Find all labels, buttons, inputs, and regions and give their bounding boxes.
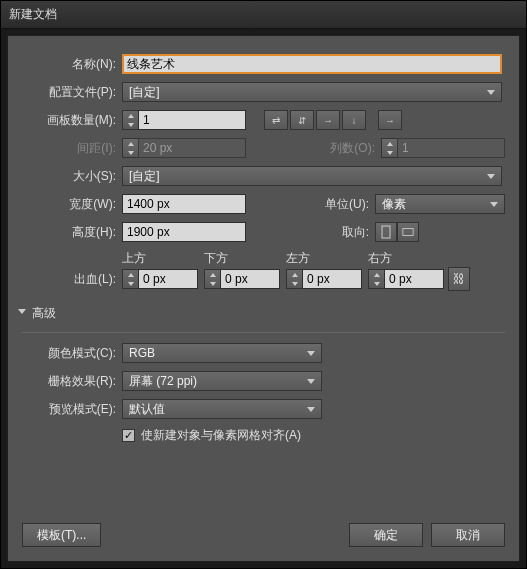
bleed-right-input[interactable] (384, 269, 444, 289)
bleed-top-label: 上方 (122, 250, 204, 267)
svg-rect-1 (403, 229, 413, 236)
orientation-landscape-icon[interactable] (397, 222, 419, 242)
titlebar[interactable]: 新建文档 (1, 1, 526, 29)
dialog-body: 名称(N): 配置文件(P): [自定] 画板数量(M): ⇄ ⇵ → ↓ → … (7, 35, 520, 562)
columns-spinner (381, 138, 505, 158)
ok-button[interactable]: 确定 (349, 523, 423, 547)
cancel-button[interactable]: 取消 (431, 523, 505, 547)
preview-label: 预览模式(E): (22, 401, 122, 418)
artboards-spinner[interactable] (122, 110, 246, 130)
height-label: 高度(H): (22, 224, 122, 241)
spinner-buttons[interactable] (122, 110, 138, 130)
color-mode-label: 颜色模式(C): (22, 345, 122, 362)
arrange-down-icon[interactable]: ↓ (342, 110, 366, 130)
name-label: 名称(N): (22, 56, 122, 73)
bleed-top-input[interactable] (138, 269, 198, 289)
arrange-custom-icon[interactable]: → (378, 110, 402, 130)
align-pixel-grid-checkbox[interactable] (122, 429, 135, 442)
units-label: 单位(U): (305, 196, 375, 213)
width-input[interactable] (122, 194, 246, 214)
bleed-bottom-label: 下方 (204, 250, 286, 267)
name-input[interactable] (122, 54, 502, 74)
bleed-left-label: 左方 (286, 250, 368, 267)
height-input[interactable] (122, 222, 246, 242)
bleed-left-spinner[interactable] (286, 269, 362, 289)
color-mode-select[interactable]: RGB (122, 343, 322, 363)
chevron-down-icon (18, 309, 26, 318)
templates-button[interactable]: 模板(T)... (22, 523, 101, 547)
bleed-right-spinner[interactable] (368, 269, 444, 289)
spacing-input (138, 138, 246, 158)
divider (22, 332, 505, 333)
grid-row-icon[interactable]: ⇄ (264, 110, 288, 130)
raster-select[interactable]: 屏幕 (72 ppi) (122, 371, 322, 391)
bleed-top-spinner[interactable] (122, 269, 198, 289)
preview-select[interactable]: 默认值 (122, 399, 322, 419)
grid-col-icon[interactable]: ⇵ (290, 110, 314, 130)
spacing-label: 间距(I): (22, 140, 122, 157)
link-bleed-icon[interactable]: ⛓ (448, 267, 470, 291)
orientation-label: 取向: (305, 224, 375, 241)
units-select[interactable]: 像素 (375, 194, 505, 214)
size-label: 大小(S): (22, 168, 122, 185)
orientation-portrait-icon[interactable] (375, 222, 397, 242)
bleed-label: 出血(L): (22, 271, 122, 288)
bleed-bottom-input[interactable] (220, 269, 280, 289)
window-title: 新建文档 (9, 6, 57, 23)
bleed-right-label: 右方 (368, 250, 450, 267)
svg-rect-0 (382, 226, 390, 238)
arrange-right-icon[interactable]: → (316, 110, 340, 130)
bleed-left-input[interactable] (302, 269, 362, 289)
width-label: 宽度(W): (22, 196, 122, 213)
artboards-input[interactable] (138, 110, 246, 130)
spacing-spinner (122, 138, 246, 158)
columns-label: 列数(O): (311, 140, 381, 157)
bleed-bottom-spinner[interactable] (204, 269, 280, 289)
profile-select[interactable]: [自定] (122, 82, 502, 102)
size-select[interactable]: [自定] (122, 166, 502, 186)
align-pixel-grid-label: 使新建对象与像素网格对齐(A) (141, 427, 301, 444)
dialog-new-document: 新建文档 名称(N): 配置文件(P): [自定] 画板数量(M): ⇄ ⇵ →… (0, 0, 527, 569)
raster-label: 栅格效果(R): (22, 373, 122, 390)
advanced-header[interactable]: 高级 (18, 305, 505, 322)
profile-label: 配置文件(P): (22, 84, 122, 101)
columns-input (397, 138, 505, 158)
artboards-label: 画板数量(M): (22, 112, 122, 129)
